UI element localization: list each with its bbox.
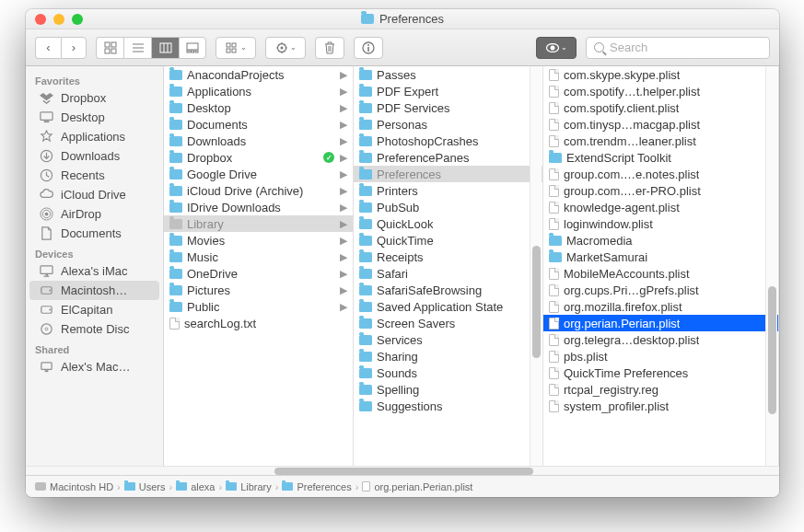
- sidebar-item[interactable]: Recents: [26, 166, 163, 185]
- sidebar-item[interactable]: Dropbox: [26, 88, 163, 108]
- close-button[interactable]: [35, 14, 46, 25]
- file-row[interactable]: Receipts▶: [354, 249, 542, 265]
- privacy-dropdown[interactable]: ⌄: [536, 37, 577, 59]
- path-segment[interactable]: Preferences: [282, 481, 351, 492]
- file-row[interactable]: Safari▶: [354, 265, 542, 282]
- file-row[interactable]: group.com.…er-PRO.plist: [543, 182, 778, 199]
- file-row[interactable]: QuickTime▶: [354, 232, 542, 249]
- file-row[interactable]: com.spotify.client.plist: [543, 99, 778, 116]
- arrange-dropdown[interactable]: ⌄: [216, 37, 256, 59]
- file-row[interactable]: Screen Savers▶: [354, 315, 542, 331]
- file-row[interactable]: Pictures▶: [164, 282, 353, 298]
- view-gallery-button[interactable]: [179, 37, 206, 59]
- file-row[interactable]: SafariSafeBrowsing▶: [354, 282, 542, 298]
- back-button[interactable]: ‹: [35, 37, 61, 59]
- horizontal-scroll-thumb[interactable]: [274, 468, 533, 475]
- file-row[interactable]: com.skype.skype.plist: [543, 66, 778, 83]
- file-row[interactable]: MarketSamurai▶: [543, 249, 778, 265]
- file-row[interactable]: knowledge-agent.plist: [543, 199, 778, 215]
- sidebar-item[interactable]: Applications: [26, 127, 163, 146]
- file-row[interactable]: Public▶: [164, 298, 353, 315]
- vertical-scrollbar[interactable]: [765, 66, 777, 466]
- file-row[interactable]: ExtendScript Toolkit▶: [543, 149, 778, 166]
- column[interactable]: Passes▶PDF Expert▶PDF Services▶Personas▶…: [354, 66, 543, 466]
- file-row[interactable]: Passes▶: [354, 66, 542, 83]
- path-segment[interactable]: org.perian.Perian.plist: [362, 481, 472, 492]
- vertical-scroll-thumb[interactable]: [532, 246, 541, 358]
- file-row[interactable]: QuickLook▶: [354, 215, 542, 232]
- file-row[interactable]: PDF Expert▶: [354, 83, 542, 99]
- sidebar-item[interactable]: Documents: [26, 224, 163, 243]
- column[interactable]: AnacondaProjects▶Applications▶Desktop▶Do…: [164, 66, 354, 466]
- file-row[interactable]: Macromedia▶: [543, 232, 778, 249]
- file-row[interactable]: Music▶: [164, 249, 353, 265]
- file-row[interactable]: AnacondaProjects▶: [164, 66, 353, 83]
- file-row[interactable]: Spelling▶: [354, 381, 542, 398]
- view-list-button[interactable]: [123, 37, 151, 59]
- file-row[interactable]: Sharing▶: [354, 348, 542, 364]
- file-row[interactable]: Downloads▶: [164, 133, 353, 149]
- path-segment[interactable]: Users: [124, 481, 166, 492]
- file-row[interactable]: Preferences▶: [354, 166, 542, 182]
- file-row[interactable]: PhotoshopCrashes▶: [354, 133, 542, 149]
- sidebar-item[interactable]: Alexa's iMac: [26, 261, 163, 281]
- sidebar-item[interactable]: iCloud Drive: [26, 185, 163, 204]
- file-row[interactable]: Personas▶: [354, 116, 542, 133]
- file-row[interactable]: Saved Application State▶: [354, 298, 542, 315]
- file-row[interactable]: iCloud Drive (Archive)▶: [164, 182, 353, 199]
- sidebar-item[interactable]: Remote Disc: [26, 319, 163, 339]
- file-row[interactable]: Applications▶: [164, 83, 353, 99]
- zoom-button[interactable]: [72, 14, 83, 25]
- file-row[interactable]: Desktop▶: [164, 99, 353, 116]
- view-icon-button[interactable]: [96, 37, 123, 59]
- file-row[interactable]: com.spotify…t.helper.plist: [543, 83, 778, 99]
- column[interactable]: com.skype.skype.plistcom.spotify…t.helpe…: [543, 66, 779, 466]
- file-row[interactable]: Dropbox✓▶: [164, 149, 353, 166]
- file-row[interactable]: Suggestions▶: [354, 398, 542, 414]
- file-row[interactable]: IDrive Downloads▶: [164, 199, 353, 215]
- path-segment[interactable]: Library: [226, 481, 272, 492]
- sidebar-item[interactable]: Desktop: [26, 108, 163, 127]
- path-segment[interactable]: Macintosh HD: [35, 481, 113, 492]
- file-row[interactable]: OneDrive▶: [164, 265, 353, 282]
- file-row[interactable]: PDF Services▶: [354, 99, 542, 116]
- forward-button[interactable]: ›: [61, 37, 87, 59]
- horizontal-scrollbar[interactable]: [26, 466, 779, 475]
- file-row[interactable]: Documents▶: [164, 116, 353, 133]
- file-row[interactable]: rtcpal_registry.reg: [543, 381, 778, 398]
- file-row[interactable]: Movies▶: [164, 232, 353, 249]
- file-row[interactable]: searchLog.txt: [164, 315, 353, 331]
- info-button[interactable]: [354, 37, 383, 59]
- sidebar-item[interactable]: AirDrop: [26, 204, 163, 224]
- action-dropdown[interactable]: ⌄: [265, 37, 306, 59]
- file-row[interactable]: org.perian.Perian.plist: [543, 315, 778, 331]
- trash-button[interactable]: [315, 37, 344, 59]
- vertical-scrollbar[interactable]: [530, 66, 542, 466]
- file-row[interactable]: loginwindow.plist: [543, 215, 778, 232]
- file-row[interactable]: org.telegra…desktop.plist: [543, 331, 778, 348]
- file-row[interactable]: pbs.plist: [543, 348, 778, 364]
- vertical-scroll-thumb[interactable]: [768, 286, 776, 414]
- sidebar-item[interactable]: Alex's Mac…: [26, 357, 163, 376]
- search-input[interactable]: Search: [586, 37, 770, 59]
- file-row[interactable]: MobileMeAccounts.plist: [543, 265, 778, 282]
- file-row[interactable]: Services▶: [354, 331, 542, 348]
- file-row[interactable]: Google Drive▶: [164, 166, 353, 182]
- file-row[interactable]: Printers▶: [354, 182, 542, 199]
- file-row[interactable]: com.tinysp…macgap.plist: [543, 116, 778, 133]
- file-row[interactable]: system_profiler.plist: [543, 398, 778, 414]
- file-row[interactable]: PreferencePanes▶: [354, 149, 542, 166]
- path-segment[interactable]: alexa: [176, 481, 215, 492]
- file-row[interactable]: Sounds▶: [354, 364, 542, 381]
- sidebar[interactable]: FavoritesDropboxDesktopApplicationsDownl…: [26, 66, 164, 466]
- file-row[interactable]: QuickTime Preferences: [543, 364, 778, 381]
- sidebar-item[interactable]: Downloads: [26, 146, 163, 166]
- file-row[interactable]: group.com.…e.notes.plist: [543, 166, 778, 182]
- file-row[interactable]: PubSub▶: [354, 199, 542, 215]
- minimize-button[interactable]: [53, 14, 64, 25]
- file-row[interactable]: org.cups.Pri…gPrefs.plist: [543, 282, 778, 298]
- sidebar-item[interactable]: ElCapitan: [26, 300, 163, 319]
- file-row[interactable]: com.trendm…leaner.plist: [543, 133, 778, 149]
- view-column-button[interactable]: [151, 37, 179, 59]
- file-row[interactable]: Library▶: [164, 215, 353, 232]
